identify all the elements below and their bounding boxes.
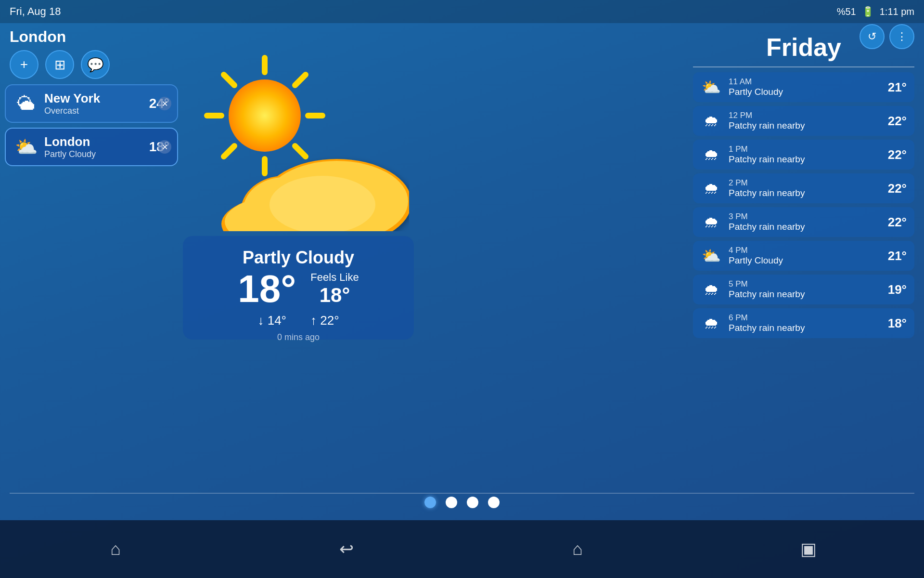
forecast-condition-7: Patchy rain nearby (729, 323, 881, 333)
newyork-weather-icon: 🌥 (13, 93, 38, 114)
forecast-icon-2: 🌧 (701, 146, 722, 164)
current-temp-row: 18° Feels Like 18° (198, 270, 398, 308)
svg-line-4 (224, 75, 234, 85)
forecast-condition-2: Patchy rain nearby (729, 154, 881, 165)
forecast-info-2: 1 PM Patchy rain nearby (729, 144, 881, 165)
forecast-info-7: 6 PM Patchy rain nearby (729, 313, 881, 333)
page-dot-2[interactable] (467, 497, 478, 508)
feels-like-container: Feels Like 18° (310, 271, 359, 307)
forecast-info-6: 5 PM Patchy rain nearby (729, 279, 881, 300)
home-icon: ⌂ (110, 539, 121, 559)
forecast-time-6: 5 PM (729, 279, 881, 289)
forecast-icon-6: 🌧 (701, 281, 722, 299)
battery-indicator: %51 (837, 6, 856, 17)
forecast-time-1: 12 PM (729, 111, 881, 120)
forecast-icon-1: 🌧 (701, 112, 722, 130)
forecast-time-7: 6 PM (729, 313, 881, 323)
chat-button[interactable]: 💬 (81, 50, 110, 79)
divider-line (10, 493, 914, 494)
forecast-item-1[interactable]: 🌧 12 PM Patchy rain nearby 22° (693, 106, 914, 136)
forecast-day: Friday (693, 23, 914, 66)
forecast-icon-5: ⛅ (701, 247, 722, 265)
nav-main-button[interactable]: ⌂ (563, 535, 592, 564)
forecast-info-5: 4 PM Partly Cloudy (729, 246, 881, 266)
forecast-item-5[interactable]: ⛅ 4 PM Partly Cloudy 21° (693, 241, 914, 271)
current-temp: 18° (238, 270, 296, 308)
forecast-item-2[interactable]: 🌧 1 PM Patchy rain nearby 22° (693, 140, 914, 170)
widget-icon: ⊞ (54, 57, 65, 73)
forecast-panel: Friday ⛅ 11 AM Partly Cloudy 21° 🌧 12 PM… (693, 23, 914, 489)
main-icon: ⌂ (572, 539, 583, 559)
forecast-info-0: 11 AM Partly Cloudy (729, 77, 881, 97)
high-temp: ↑ 22° (310, 313, 339, 328)
forecast-icon-7: 🌧 (701, 315, 722, 332)
london-weather-icon: ⛅ (13, 136, 38, 158)
status-right: %51 🔋 1:11 pm (837, 6, 914, 17)
nav-recent-button[interactable]: ▣ (794, 535, 823, 564)
nav-back-button[interactable]: ↩ (332, 535, 361, 564)
forecast-temp-5: 21° (888, 249, 907, 263)
forecast-time-2: 1 PM (729, 144, 881, 154)
nav-home-button[interactable]: ⌂ (101, 535, 130, 564)
status-time: 1:11 pm (880, 6, 914, 17)
svg-line-3 (295, 146, 306, 157)
forecast-condition-3: Patchy rain nearby (729, 188, 881, 198)
forecast-condition-4: Patchy rain nearby (729, 222, 881, 232)
forecast-divider (693, 66, 914, 67)
bottom-nav-bar: ⌂ ↩ ⌂ ▣ (0, 520, 924, 578)
london-info: London Partly Cloudy (44, 134, 143, 159)
recent-icon: ▣ (800, 539, 817, 559)
page-dot-0[interactable] (424, 497, 436, 508)
forecast-time-4: 3 PM (729, 212, 881, 222)
forecast-condition-1: Patchy rain nearby (729, 120, 881, 131)
newyork-condition: Overcast (44, 106, 143, 116)
forecast-item-6[interactable]: 🌧 5 PM Patchy rain nearby 19° (693, 275, 914, 304)
svg-point-8 (229, 79, 301, 152)
forecast-icon-4: 🌧 (701, 213, 722, 231)
toolbar: + ⊞ 💬 (10, 50, 110, 79)
page-dot-3[interactable] (488, 497, 500, 508)
forecast-temp-6: 19° (888, 282, 907, 297)
forecast-item-7[interactable]: 🌧 6 PM Patchy rain nearby 18° (693, 308, 914, 338)
feels-like-label: Feels Like (310, 271, 359, 284)
london-close-button[interactable]: ✕ (158, 140, 171, 154)
app-title: London (10, 28, 66, 46)
status-datetime: Fri, Aug 18 (10, 5, 61, 18)
city-list: 🌥 New York Overcast 24° ✕ ⛅ London Partl… (5, 84, 178, 166)
add-icon: + (20, 57, 28, 72)
forecast-info-1: 12 PM Patchy rain nearby (729, 111, 881, 131)
current-weather-box: Partly Cloudy 18° Feels Like 18° ↓ 14° ↑… (183, 236, 414, 340)
forecast-item-0[interactable]: ⛅ 11 AM Partly Cloudy 21° (693, 72, 914, 102)
svg-line-7 (224, 146, 234, 157)
forecast-temp-2: 22° (888, 147, 907, 162)
forecast-time-5: 4 PM (729, 246, 881, 255)
london-condition: Partly Cloudy (44, 149, 143, 159)
forecast-info-3: 2 PM Patchy rain nearby (729, 178, 881, 198)
add-city-button[interactable]: + (10, 50, 38, 79)
update-time: 0 mins ago (183, 332, 414, 342)
page-dots (424, 497, 500, 508)
newyork-name: New York (44, 91, 143, 106)
city-card-newyork[interactable]: 🌥 New York Overcast 24° ✕ (5, 84, 178, 123)
newyork-close-button[interactable]: ✕ (158, 97, 171, 110)
back-icon: ↩ (339, 539, 354, 559)
forecast-condition-6: Patchy rain nearby (729, 289, 881, 300)
forecast-temp-3: 22° (888, 181, 907, 196)
forecast-temp-0: 21° (888, 80, 907, 95)
forecast-info-4: 3 PM Patchy rain nearby (729, 212, 881, 232)
newyork-info: New York Overcast (44, 91, 143, 116)
forecast-icon-3: 🌧 (701, 180, 722, 197)
widget-button[interactable]: ⊞ (45, 50, 74, 79)
status-bar: Fri, Aug 18 %51 🔋 1:11 pm (0, 0, 924, 23)
page-dot-1[interactable] (446, 497, 457, 508)
current-condition: Partly Cloudy (198, 248, 398, 268)
city-card-london[interactable]: ⛅ London Partly Cloudy 18° ✕ (5, 128, 178, 166)
feels-like-temp: 18° (310, 284, 359, 307)
london-name: London (44, 134, 143, 149)
svg-point-15 (270, 176, 375, 231)
svg-line-1 (295, 75, 306, 85)
forecast-item-3[interactable]: 🌧 2 PM Patchy rain nearby 22° (693, 173, 914, 203)
forecast-item-4[interactable]: 🌧 3 PM Patchy rain nearby 22° (693, 207, 914, 237)
forecast-icon-0: ⛅ (701, 78, 722, 96)
main-weather-icon-container (183, 34, 414, 236)
